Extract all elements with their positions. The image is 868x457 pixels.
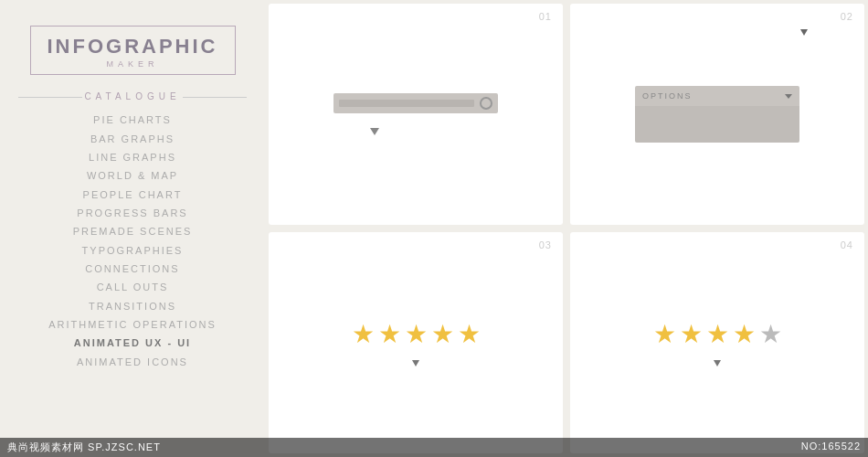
star-1: ★: [653, 319, 676, 349]
watermark-right: NO:165522: [801, 441, 861, 454]
card-3-number: 03: [539, 239, 552, 250]
sidebar-item-bar-graphs[interactable]: BAR GRAPHS: [18, 130, 247, 148]
dropdown-label: OPTIONS: [642, 91, 693, 101]
star-3: ★: [706, 319, 729, 349]
catalogue-label: CATALOGUE: [18, 91, 247, 101]
sidebar-item-progress-bars[interactable]: PROGRESS BARS: [18, 204, 247, 222]
cursor-2: [800, 29, 808, 36]
dropdown-wrapper[interactable]: OPTIONS: [635, 86, 799, 143]
sidebar-item-animated-icons[interactable]: ANIMATED ICONS: [18, 353, 247, 371]
menu: PIE CHARTSBAR GRAPHSLINE GRAPHSWORLD & M…: [18, 111, 247, 371]
card-4-number: 04: [841, 239, 853, 250]
dropdown-body: [635, 106, 799, 143]
sidebar-item-typographies[interactable]: TYPOGRAPHIES: [18, 241, 247, 260]
sidebar: INFOGRAPHIC MAKER CATALOGUE PIE CHARTSBA…: [0, 0, 265, 457]
cursor-3: [412, 360, 419, 367]
star-2: ★: [378, 319, 401, 349]
logo-title: INFOGRAPHIC: [48, 36, 218, 58]
stars-4: ★ ★ ★ ★ ★: [653, 319, 782, 349]
sidebar-item-people-chart[interactable]: PEOPLE CHART: [18, 186, 247, 204]
star-3: ★: [405, 319, 428, 349]
card-options-dropdown: 02 OPTIONS: [570, 4, 864, 225]
sidebar-item-animated-ux-ui[interactable]: ANIMATED UX - UI: [18, 334, 247, 352]
watermark: 典尚视频素材网 SP.JZSC.NET NO:165522: [0, 438, 868, 457]
cursor-4: [714, 360, 721, 367]
sidebar-item-connections[interactable]: CONNECTIONS: [18, 260, 247, 278]
sidebar-item-line-graphs[interactable]: LINE GRAPHS: [18, 148, 247, 166]
sidebar-item-world-map[interactable]: WORLD & MAP: [18, 166, 247, 185]
card-2-number: 02: [841, 11, 853, 22]
card-stars-5: 03 ★ ★ ★ ★ ★: [269, 232, 563, 453]
star-5: ★: [458, 319, 481, 349]
star-2: ★: [680, 319, 703, 349]
star-4: ★: [733, 319, 756, 349]
stars-5: ★ ★ ★ ★ ★: [352, 319, 481, 349]
star-4: ★: [431, 319, 454, 349]
logo-subtitle: MAKER: [48, 59, 218, 69]
card-stars-4: 04 ★ ★ ★ ★ ★: [570, 232, 864, 453]
watermark-left: 典尚视频素材网 SP.JZSC.NET: [7, 441, 161, 454]
star-1: ★: [352, 319, 375, 349]
card-1-number: 01: [539, 11, 552, 22]
logo-box: INFOGRAPHIC MAKER: [30, 26, 236, 75]
star-5-gray: ★: [759, 319, 782, 349]
search-bar[interactable]: [333, 93, 498, 113]
sidebar-item-call-outs[interactable]: CALL OUTS: [18, 278, 247, 296]
sidebar-item-arithmetic-operations[interactable]: ARITHMETIC OPERATIONS: [18, 315, 247, 334]
dropdown-header[interactable]: OPTIONS: [635, 86, 799, 106]
sidebar-item-pie-charts[interactable]: PIE CHARTS: [18, 111, 247, 129]
card-search-bar: 01: [269, 4, 563, 225]
sidebar-item-transitions[interactable]: TRANSITIONS: [18, 297, 247, 315]
cursor-1: [370, 128, 379, 135]
sidebar-item-premade-scenes[interactable]: PREMADE SCENES: [18, 222, 247, 240]
dropdown-arrow-icon: [785, 94, 792, 99]
main-content: 01 02 OPTIONS 03 ★ ★ ★: [265, 0, 868, 457]
